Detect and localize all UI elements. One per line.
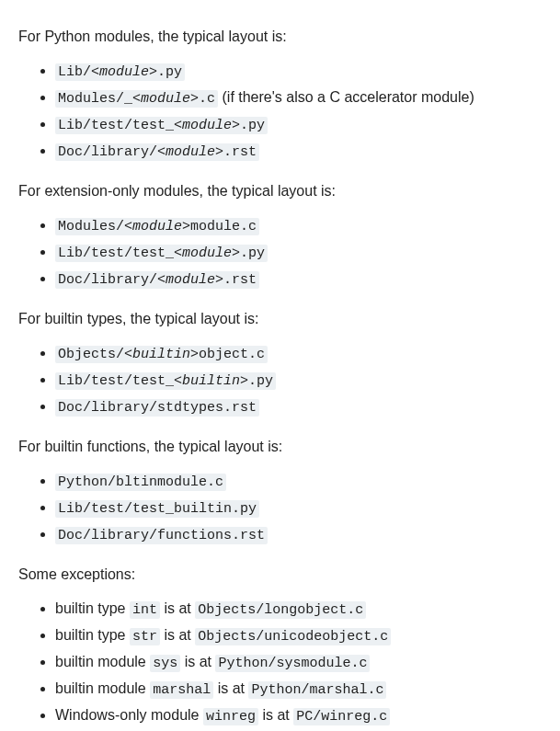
code-inline: winreg <box>203 708 258 725</box>
list-item: Python/bltinmodule.c <box>55 469 542 494</box>
path-placeholder: <module> <box>157 144 223 160</box>
list-item: Lib/test/test_<module>.py <box>55 240 542 265</box>
path-pre: Doc/library/stdtypes.rst <box>58 400 257 416</box>
path-pre: Lib/test/test_ <box>58 118 174 133</box>
path-post: .rst <box>223 272 257 288</box>
path-placeholder: <module> <box>124 219 190 234</box>
exceptions-list: builtin type int is at Objects/longobjec… <box>18 597 542 728</box>
exception-mid: is at <box>180 654 215 669</box>
code-path: Lib/<module>.py <box>55 63 185 81</box>
code-path: Lib/test/test_<module>.py <box>55 117 268 134</box>
code-inline: str <box>130 628 160 645</box>
list-item: Doc/library/<module>.rst <box>55 139 542 164</box>
code-inline: PC/winreg.c <box>293 708 390 725</box>
path-post: object.c <box>199 347 265 362</box>
exception-mid: is at <box>160 600 195 616</box>
code-inline: Objects/unicodeobject.c <box>195 628 391 645</box>
path-pre: Modules/_ <box>58 91 132 107</box>
code-path: Lib/test/test_<builtin>.py <box>55 372 276 390</box>
section-intro: For extension-only modules, the typical … <box>18 180 542 202</box>
path-placeholder: <builtin> <box>124 347 199 362</box>
list-item: Lib/test/test_<module>.py <box>55 112 542 137</box>
list-item: builtin module sys is at Python/sysmodul… <box>55 650 542 675</box>
path-post: .py <box>248 373 273 389</box>
list-item: Doc/library/stdtypes.rst <box>55 394 542 419</box>
path-list: Python/bltinmodule.cLib/test/test_builti… <box>18 469 542 547</box>
exceptions-intro: Some exceptions: <box>18 564 542 586</box>
exception-mid: is at <box>160 627 195 643</box>
list-item: Objects/<builtin>object.c <box>55 341 542 366</box>
section-intro: For builtin types, the typical layout is… <box>18 308 542 330</box>
path-post: .py <box>240 118 265 133</box>
exception-mid: is at <box>213 680 248 696</box>
exception-before: Windows-only module <box>55 707 203 723</box>
path-post: .c <box>199 91 215 107</box>
path-list: Lib/<module>.pyModules/_<module>.c (if t… <box>18 59 542 164</box>
code-path: Lib/test/test_<module>.py <box>55 245 268 262</box>
code-inline: int <box>130 601 160 619</box>
list-item: Doc/library/<module>.rst <box>55 267 542 291</box>
path-list: Objects/<builtin>object.cLib/test/test_<… <box>18 341 542 419</box>
list-item: Modules/_<module>.c (if there's also a C… <box>55 86 542 110</box>
exception-before: builtin type <box>55 600 130 616</box>
path-pre: Doc/library/functions.rst <box>58 528 265 543</box>
path-post: .py <box>157 64 182 80</box>
code-path: Lib/test/test_builtin.py <box>55 500 259 518</box>
list-item: builtin type int is at Objects/longobjec… <box>55 597 542 622</box>
path-pre: Doc/library/ <box>58 144 157 160</box>
list-item: Lib/test/test_builtin.py <box>55 496 542 520</box>
list-item: builtin module marshal is at Python/mars… <box>55 677 542 702</box>
document-body: For Python modules, the typical layout i… <box>18 26 542 728</box>
code-inline: marshal <box>150 681 213 699</box>
code-path: Modules/<module>module.c <box>55 218 259 235</box>
list-item: Modules/<module>module.c <box>55 213 542 238</box>
path-pre: Modules/ <box>58 219 124 234</box>
code-inline: Python/marshal.c <box>248 681 386 699</box>
path-list: Modules/<module>module.cLib/test/test_<m… <box>18 213 542 291</box>
section-intro: For Python modules, the typical layout i… <box>18 26 542 48</box>
code-path: Objects/<builtin>object.c <box>55 346 268 363</box>
list-item: Windows-only module winreg is at PC/winr… <box>55 703 542 728</box>
path-pre: Lib/test/test_ <box>58 373 174 389</box>
code-path: Doc/library/functions.rst <box>55 527 268 544</box>
exception-mid: is at <box>258 707 293 723</box>
code-path: Doc/library/<module>.rst <box>55 143 259 161</box>
code-inline: Objects/longobject.c <box>195 601 366 619</box>
path-placeholder: <module> <box>174 118 240 133</box>
path-pre: Lib/test/test_ <box>58 246 174 261</box>
path-pre: Lib/test/test_builtin.py <box>58 501 257 517</box>
path-placeholder: <module> <box>91 64 157 80</box>
path-placeholder: <builtin> <box>174 373 248 389</box>
path-pre: Python/bltinmodule.c <box>58 474 223 490</box>
code-path: Python/bltinmodule.c <box>55 474 226 491</box>
path-pre: Doc/library/ <box>58 272 157 288</box>
path-pre: Objects/ <box>58 347 124 362</box>
exception-before: builtin type <box>55 627 130 643</box>
code-path: Doc/library/stdtypes.rst <box>55 399 259 417</box>
list-item: Lib/test/test_<builtin>.py <box>55 368 542 393</box>
exception-before: builtin module <box>55 680 150 696</box>
path-trailing: (if there's also a C accelerator module) <box>218 89 474 105</box>
code-inline: Python/sysmodule.c <box>215 655 370 672</box>
section-intro: For builtin functions, the typical layou… <box>18 436 542 458</box>
list-item: Doc/library/functions.rst <box>55 522 542 547</box>
path-post: .py <box>240 246 265 261</box>
path-pre: Lib/ <box>58 64 91 80</box>
list-item: builtin type str is at Objects/unicodeob… <box>55 623 542 648</box>
exception-before: builtin module <box>55 654 150 669</box>
code-path: Modules/_<module>.c <box>55 90 218 108</box>
path-post: module.c <box>190 219 257 234</box>
code-path: Doc/library/<module>.rst <box>55 271 259 289</box>
path-post: .rst <box>223 144 257 160</box>
code-inline: sys <box>150 655 180 672</box>
path-placeholder: <module> <box>157 272 223 288</box>
path-placeholder: <module> <box>174 246 240 261</box>
path-placeholder: <module> <box>132 91 199 107</box>
list-item: Lib/<module>.py <box>55 59 542 84</box>
